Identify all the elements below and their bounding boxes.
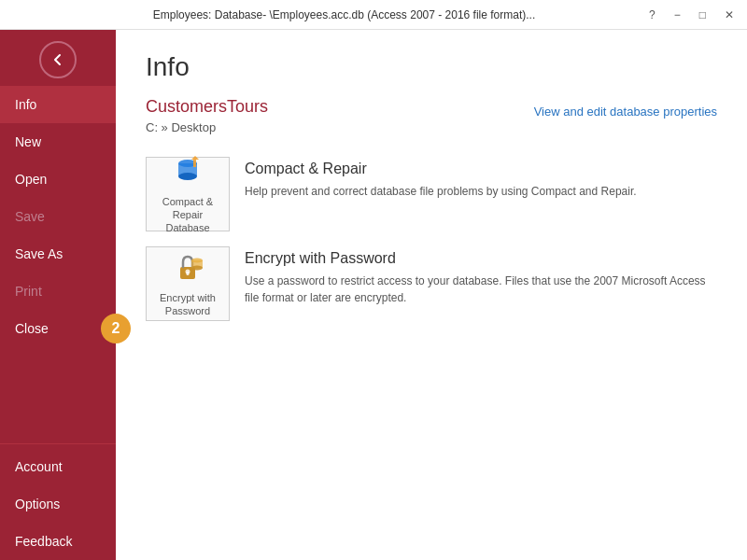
compact-repair-title: Compact & Repair — [245, 161, 717, 177]
compact-repair-info: Compact & Repair Help prevent and correc… — [245, 157, 717, 200]
encrypt-password-button[interactable]: Encrypt withPassword — [146, 246, 230, 321]
encrypt-password-icon — [171, 250, 204, 286]
compact-repair-icon — [171, 154, 204, 189]
compact-repair-button[interactable]: Compact &Repair Database — [146, 157, 230, 231]
minimize-button[interactable]: − — [669, 7, 686, 23]
sidebar-item-options[interactable]: Options — [0, 485, 116, 523]
sidebar-item-open[interactable]: Open — [0, 161, 116, 198]
window-controls: ? − □ ✕ — [643, 7, 740, 23]
page-title: Info — [146, 52, 717, 82]
compact-repair-card: Compact &Repair Database Compact & Repai… — [146, 157, 717, 231]
encrypt-password-info: Encrypt with Password Use a password to … — [245, 246, 717, 306]
title-bar: Employees: Database- \Employees.acc.db (… — [0, 0, 747, 30]
database-path: C: » Desktop — [146, 120, 717, 134]
app-container: Info New Open Save Save As Print Close 2… — [0, 30, 747, 560]
view-edit-properties-link[interactable]: View and edit database properties — [534, 105, 717, 119]
back-button[interactable] — [39, 41, 77, 78]
encrypt-password-card: Encrypt withPassword Encrypt with Passwo… — [146, 246, 717, 321]
sidebar-item-save: Save — [0, 198, 116, 235]
svg-point-2 — [178, 173, 197, 180]
window-close-button[interactable]: ✕ — [719, 7, 740, 23]
encrypt-password-desc: Use a password to restrict access to you… — [245, 273, 717, 306]
sidebar-item-save-as[interactable]: Save As — [0, 235, 116, 273]
svg-rect-5 — [187, 272, 190, 275]
encrypt-password-title: Encrypt with Password — [245, 250, 717, 267]
compact-repair-desc: Help prevent and correct database file p… — [245, 183, 717, 200]
sidebar-item-close[interactable]: Close — [0, 310, 116, 347]
cards-area: Compact &Repair Database Compact & Repai… — [146, 157, 717, 321]
svg-point-8 — [191, 265, 203, 270]
sidebar-item-account[interactable]: Account — [0, 448, 116, 485]
sidebar-item-feedback[interactable]: Feedback — [0, 523, 116, 560]
sidebar-item-new[interactable]: New — [0, 123, 116, 161]
main-content: Info View and edit database properties C… — [116, 30, 747, 560]
maximize-button[interactable]: □ — [694, 7, 712, 23]
step-badge: 2 — [101, 314, 131, 343]
sidebar: Info New Open Save Save As Print Close 2… — [0, 30, 116, 560]
encrypt-password-label: Encrypt withPassword — [160, 291, 216, 318]
help-button[interactable]: ? — [643, 7, 661, 23]
sidebar-item-info[interactable]: Info — [0, 86, 116, 123]
nav-divider — [0, 443, 116, 444]
sidebar-item-print: Print — [0, 273, 116, 310]
title-text: Employees: Database- \Employees.acc.db (… — [45, 8, 643, 21]
compact-repair-label: Compact &Repair Database — [150, 195, 225, 235]
